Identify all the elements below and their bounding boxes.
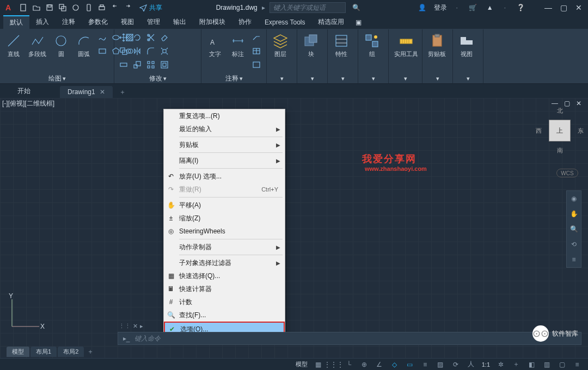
help-icon[interactable]: ❔: [514, 4, 527, 11]
offset-icon[interactable]: [158, 59, 170, 71]
clipboard-button[interactable]: 剪贴板: [426, 32, 448, 59]
ctx-qcalc[interactable]: 🖩快速计算器: [164, 282, 285, 295]
tab-insert[interactable]: 插入: [29, 15, 56, 29]
hardware-icon[interactable]: ▥: [540, 360, 553, 369]
tab-more-icon[interactable]: ▣: [351, 15, 366, 29]
add-tab-button[interactable]: ＋: [116, 86, 129, 98]
cmd-input[interactable]: 键入命令: [134, 334, 581, 343]
nav-pan-icon[interactable]: ✋: [568, 208, 579, 219]
fillet-icon[interactable]: [145, 45, 157, 57]
snap-icon[interactable]: ⋮⋮⋮: [327, 360, 340, 369]
search-icon[interactable]: 🔍: [350, 4, 363, 11]
block-button[interactable]: 块: [301, 32, 321, 59]
circle-button[interactable]: 圆: [51, 32, 71, 59]
tab-view[interactable]: 视图: [114, 15, 140, 29]
status-scale[interactable]: 1:1: [480, 361, 492, 368]
anno-icon[interactable]: 人: [464, 360, 477, 369]
tab-output[interactable]: 输出: [167, 15, 193, 29]
polyline-button[interactable]: 多段线: [26, 32, 48, 59]
command-line[interactable]: ▸_ 键入命令: [118, 332, 581, 345]
view-cube[interactable]: 北 南 东 西 上: [538, 109, 581, 152]
util-button[interactable]: 实用工具: [392, 32, 420, 59]
ctx-subfilter[interactable]: 子对象选择过滤器▶: [164, 256, 285, 269]
layout-1[interactable]: 布局1: [30, 347, 57, 357]
web-icon[interactable]: [70, 2, 82, 14]
table-icon[interactable]: [250, 45, 262, 57]
layout-model[interactable]: 模型: [7, 347, 29, 357]
menu-icon[interactable]: ≡: [571, 360, 584, 369]
track-icon[interactable]: ∠: [373, 360, 386, 369]
tab-manage[interactable]: 管理: [140, 15, 167, 29]
nav-orbit-icon[interactable]: ⟲: [568, 239, 579, 250]
iso-icon[interactable]: ◧: [525, 360, 538, 369]
redo-icon[interactable]: [122, 2, 134, 14]
drawing-canvas[interactable]: [-][俯视][二维线框] — ▢ ✕ 重复选项...(R) 最近的输入▶ 剪贴…: [0, 98, 588, 358]
panel-draw-title[interactable]: 绘图 ▾: [3, 73, 111, 83]
ctx-isolate[interactable]: 隔离(I)▶: [164, 154, 285, 167]
ctx-qselect[interactable]: ▦快速选择(Q)...: [164, 269, 285, 282]
nav-fullnav-icon[interactable]: ◉: [568, 193, 579, 204]
cycle-icon[interactable]: ⟳: [449, 360, 462, 369]
search-input[interactable]: 键入关键字或短语: [270, 2, 346, 13]
tab-annotation[interactable]: 注释: [56, 15, 82, 29]
ctx-count[interactable]: #计数: [164, 295, 285, 309]
tab-addin[interactable]: 附加模块: [193, 15, 232, 29]
ctx-clipboard[interactable]: 剪贴板▶: [164, 138, 285, 151]
transparency-icon[interactable]: ▨: [434, 360, 447, 369]
cart-icon[interactable]: 🛒: [467, 4, 479, 11]
print-icon[interactable]: [96, 2, 108, 14]
props-button[interactable]: 特性: [331, 32, 352, 59]
array-icon[interactable]: [145, 59, 157, 71]
wcs-badge[interactable]: WCS: [556, 169, 578, 177]
tab-featured[interactable]: 精选应用: [311, 15, 351, 29]
leader-icon[interactable]: [250, 32, 262, 44]
rect-icon[interactable]: [96, 45, 108, 57]
text-button[interactable]: A文字: [205, 32, 225, 59]
nav-showmenu-icon[interactable]: ≡: [568, 254, 579, 265]
viewcube-face[interactable]: 上: [549, 120, 571, 141]
ctx-wheels[interactable]: ◎SteeringWheels: [164, 225, 285, 238]
copy-icon[interactable]: [118, 45, 130, 57]
autodesk-icon[interactable]: ▲: [485, 4, 495, 11]
ctx-recent[interactable]: 最近的输入▶: [164, 122, 285, 135]
open-icon[interactable]: [30, 2, 42, 14]
scale-icon[interactable]: [131, 59, 143, 71]
arc-button[interactable]: 圆弧: [74, 32, 94, 59]
clean-icon[interactable]: ▢: [555, 360, 568, 369]
tab-default[interactable]: 默认: [3, 15, 29, 29]
panel-annotate-title[interactable]: 注释 ▾: [205, 73, 263, 83]
mirror-icon[interactable]: [131, 45, 143, 57]
line-button[interactable]: 直线: [3, 32, 24, 59]
layout-2[interactable]: 布局2: [58, 347, 84, 357]
tab-parametric[interactable]: 参数化: [82, 15, 114, 29]
customize-icon[interactable]: ＋: [510, 360, 523, 369]
field-icon[interactable]: [250, 59, 262, 71]
undo-icon[interactable]: [109, 2, 121, 14]
trim-icon[interactable]: [145, 32, 157, 44]
spline-icon[interactable]: [96, 32, 108, 44]
close-icon[interactable]: ✕: [100, 88, 105, 96]
rotate-icon[interactable]: [131, 32, 143, 44]
share-button[interactable]: 共享: [139, 3, 162, 13]
maximize-button[interactable]: ▢: [558, 2, 569, 14]
vp-close-button[interactable]: ✕: [574, 99, 584, 108]
ctx-undo[interactable]: ↶放弃(U) 选项...: [164, 170, 285, 183]
close-button[interactable]: ✕: [573, 2, 585, 14]
nav-zoom-icon[interactable]: 🔍: [568, 224, 579, 235]
layout-add-button[interactable]: ＋: [85, 347, 96, 356]
tab-collab[interactable]: 协作: [232, 15, 258, 29]
ctx-repeat[interactable]: 重复选项...(R): [164, 109, 285, 122]
app-icon[interactable]: A: [3, 3, 13, 13]
tab-express[interactable]: Express Tools: [258, 15, 311, 29]
save-icon[interactable]: [44, 2, 56, 14]
dimension-button[interactable]: 标注: [228, 32, 248, 59]
gear-icon[interactable]: ✲: [494, 360, 507, 369]
osnap-icon[interactable]: ◇: [388, 360, 401, 369]
view-button[interactable]: 视图: [456, 32, 477, 59]
move-icon[interactable]: [118, 32, 130, 44]
explode-icon[interactable]: [158, 45, 170, 57]
login-label[interactable]: 登录: [434, 3, 447, 13]
erase-icon[interactable]: [158, 32, 170, 44]
new-icon[interactable]: [17, 2, 29, 14]
ortho-icon[interactable]: └: [342, 360, 356, 369]
